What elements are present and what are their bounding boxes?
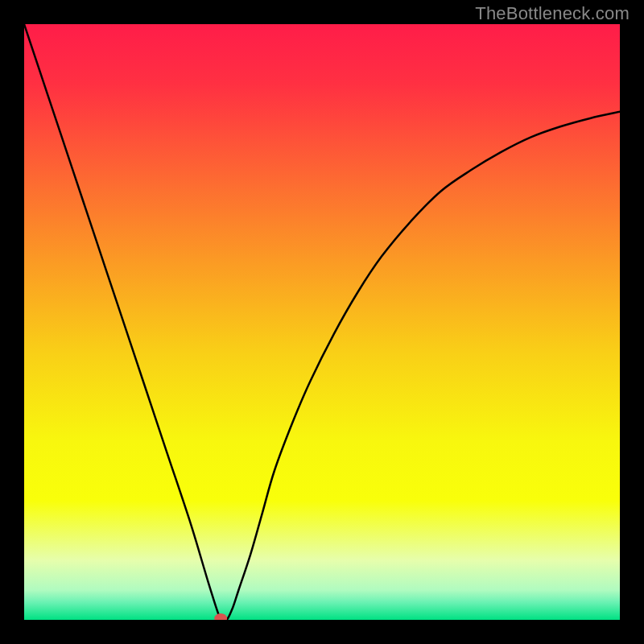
- chart-background: [24, 24, 620, 620]
- chart-svg: [24, 24, 620, 620]
- plot-area: [24, 24, 620, 620]
- watermark-text: TheBottleneck.com: [475, 3, 630, 24]
- chart-container: TheBottleneck.com: [0, 0, 644, 644]
